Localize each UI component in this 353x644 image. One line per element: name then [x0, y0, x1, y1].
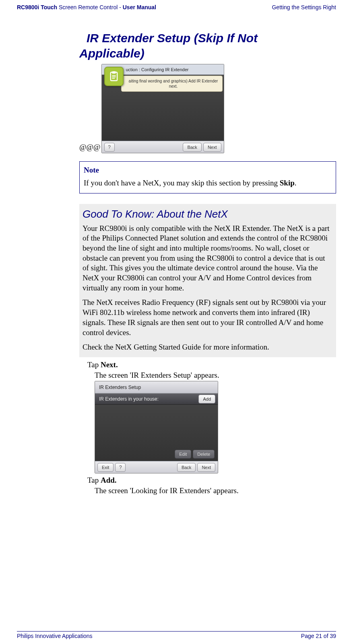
- gtk-paragraph-2: The NetX receives Radio Frequency (RF) s…: [83, 298, 332, 337]
- device-screenshot-2: IR Extenders Setup IR Extenders in your …: [95, 381, 218, 473]
- delete-button[interactable]: Delete: [193, 450, 215, 459]
- device1-banner: aiting final wording and graphics) Add I…: [121, 76, 223, 92]
- device1-title-text: uction : Configuring IR Extender: [126, 67, 189, 72]
- note-box: Note If you don't have a NetX, you may s…: [79, 161, 336, 193]
- device1-footer: ? Back Next: [102, 141, 224, 153]
- add-button[interactable]: Add: [198, 395, 215, 403]
- help-button[interactable]: ?: [104, 143, 115, 152]
- device2-left-buttons: Exit ?: [97, 463, 126, 472]
- note-heading: Note: [84, 166, 332, 175]
- step-1-sub: The screen 'IR Extenders Setup' appears.: [95, 370, 336, 381]
- svg-rect-1: [112, 71, 116, 74]
- step-2-sub: The screen 'Looking for IR Extenders' ap…: [95, 486, 336, 496]
- device2-list-header: IR Extenders in your house: Add: [95, 393, 218, 405]
- note-pre: If you don't have a NetX, you may skip t…: [84, 179, 280, 187]
- device2-list-label: IR Extenders in your house:: [99, 396, 159, 402]
- gtk-paragraph-1: Your RC9800i is only compatible with the…: [83, 224, 332, 293]
- device2-mid-buttons: Edit Delete: [175, 450, 215, 459]
- back-button[interactable]: Back: [183, 143, 201, 152]
- step2-bold: Add.: [101, 476, 117, 484]
- page-footer: Philips Innovative Applications Page 21 …: [17, 631, 336, 639]
- note-post: .: [295, 179, 297, 187]
- header-left: RC9800i Touch Screen Remote Control - Us…: [17, 4, 156, 10]
- step1-bold: Next.: [101, 360, 118, 369]
- title-line-2: Applicable): [79, 47, 145, 60]
- footer-left: Philips Innovative Applications: [17, 633, 93, 639]
- steps: Tap Next. The screen 'IR Extenders Setup…: [87, 360, 336, 496]
- gtk-heading: Good To Know: About the NetX: [83, 208, 332, 220]
- good-to-know-box: Good To Know: About the NetX Your RC9800…: [79, 204, 336, 357]
- device-screenshot-1: uction : Configuring IR Extender aiting …: [101, 64, 224, 153]
- step2-pre: Tap: [87, 476, 101, 484]
- doc-name: User Manual: [123, 4, 156, 10]
- device2-footer: Exit ? Back Next: [95, 461, 218, 473]
- device2-title: IR Extenders Setup: [95, 381, 218, 393]
- page: RC9800i Touch Screen Remote Control - Us…: [0, 0, 353, 644]
- next-button[interactable]: Next: [203, 143, 221, 152]
- device2-right-buttons: Back Next: [177, 463, 215, 472]
- title-line-1: IR Extender Setup (Skip If Not: [79, 31, 258, 46]
- step1-pre: Tap: [87, 360, 101, 369]
- placeholder-marker: @@@: [79, 143, 101, 152]
- section-title: IR Extender Setup (Skip If Not Applicabl…: [79, 31, 336, 61]
- step-2: Tap Add.: [87, 475, 336, 486]
- product-name: RC9800i Touch: [17, 4, 57, 10]
- edit-button[interactable]: Edit: [175, 450, 191, 459]
- page-header: RC9800i Touch Screen Remote Control - Us…: [17, 0, 336, 10]
- device1-right-buttons: Back Next: [183, 143, 221, 152]
- content: IR Extender Setup (Skip If Not Applicabl…: [79, 10, 336, 496]
- note-text: If you don't have a NetX, you may skip t…: [84, 178, 332, 188]
- gtk-paragraph-3: Check the NetX Getting Started Guide for…: [83, 342, 332, 352]
- back-button-2[interactable]: Back: [177, 463, 196, 472]
- clipboard-glyph: [108, 71, 120, 82]
- help-button-2[interactable]: ?: [115, 463, 126, 472]
- note-bold: Skip: [280, 179, 295, 187]
- next-button-2[interactable]: Next: [197, 463, 215, 472]
- header-tail: Screen Remote Control -: [57, 4, 123, 10]
- step-1: Tap Next.: [87, 360, 336, 370]
- figure-1-row: @@@ uction : Configuring IR Extender ait…: [79, 64, 336, 153]
- exit-button[interactable]: Exit: [97, 463, 114, 472]
- footer-right: Page 21 of 39: [301, 633, 336, 639]
- header-right: Getting the Settings Right: [272, 4, 336, 10]
- note-clipboard-icon: [104, 67, 124, 86]
